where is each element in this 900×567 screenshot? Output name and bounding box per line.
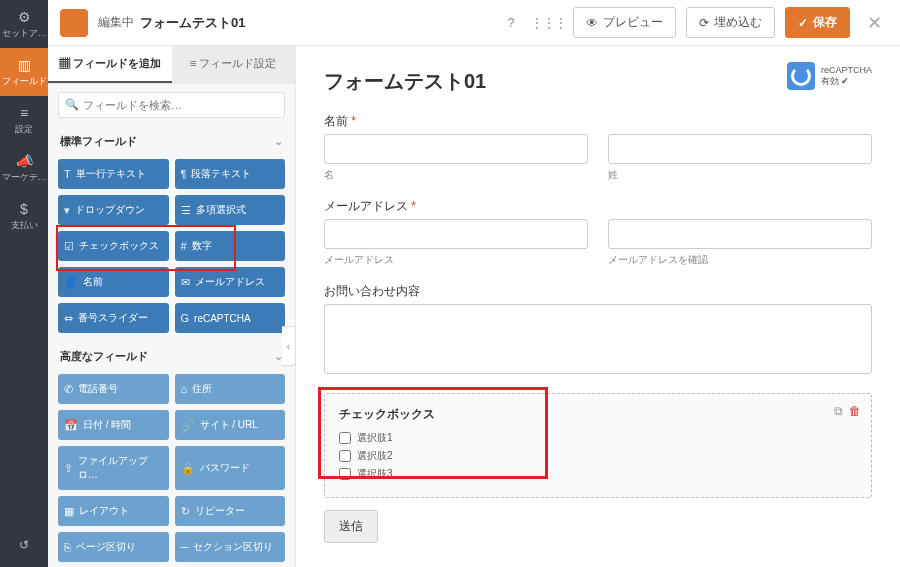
form-canvas: reCAPTCHA有効 ✔ フォームテスト01 名前 * 名 姓 メールアドレス… <box>296 46 900 567</box>
save-button[interactable]: ✓保存 <box>785 7 850 38</box>
checkbox-option[interactable]: 選択肢2 <box>339 449 857 463</box>
field-icon: ✆ <box>64 383 73 396</box>
field-icon: G <box>181 312 190 324</box>
close-button[interactable]: ✕ <box>860 12 888 34</box>
field-label: リピーター <box>195 504 245 518</box>
panel-collapse-toggle[interactable]: ‹ <box>282 326 296 366</box>
sidebar-item-fields[interactable]: ▥フィールド <box>0 48 48 96</box>
field-icon: ⎘ <box>64 541 71 553</box>
field-type-button[interactable]: T単一行テキスト <box>58 159 169 189</box>
field-label: 日付 / 時間 <box>83 418 131 432</box>
field-label: ページ区切り <box>76 540 136 554</box>
sidebar-item-history[interactable]: ↺ <box>0 523 48 567</box>
preview-button[interactable]: 👁プレビュー <box>573 7 676 38</box>
field-icon: ☰ <box>181 204 191 217</box>
field-label: 電話番号 <box>78 382 118 396</box>
app-logo <box>60 9 88 37</box>
eye-icon: 👁 <box>586 16 598 30</box>
delete-icon[interactable]: 🗑 <box>849 404 861 418</box>
duplicate-icon[interactable]: ⧉ <box>834 404 843 418</box>
field-icon: ⇔ <box>64 312 73 325</box>
section-header-advanced[interactable]: 高度なフィールド⌄ <box>48 341 295 372</box>
field-type-button[interactable]: ⇔番号スライダー <box>58 303 169 333</box>
dollar-icon: $ <box>20 201 28 217</box>
field-label: パスワード <box>200 461 250 475</box>
field-icon: ⇪ <box>64 462 73 475</box>
field-label: ドロップダウン <box>75 203 145 217</box>
embed-button[interactable]: ⟳埋め込む <box>686 7 775 38</box>
field-icon: ↻ <box>181 505 190 518</box>
field-message: お問い合わせ内容 <box>324 283 872 377</box>
field-type-button[interactable]: ⇪ファイルアップロ… <box>58 446 169 490</box>
email-input[interactable] <box>324 219 588 249</box>
field-type-button[interactable]: ¶段落テキスト <box>175 159 286 189</box>
tab-add-field[interactable]: ▦ フィールドを追加 <box>48 46 172 83</box>
gear-icon: ⚙ <box>18 9 31 25</box>
field-type-button[interactable]: ☑チェックボックス <box>58 231 169 261</box>
field-type-button[interactable]: ⎘ページ区切り <box>58 532 169 562</box>
last-name-input[interactable] <box>608 134 872 164</box>
field-type-button[interactable]: ▦レイアウト <box>58 496 169 526</box>
sliders-icon: ≡ <box>20 105 28 121</box>
section-header-standard[interactable]: 標準フィールド⌄ <box>48 126 295 157</box>
recaptcha-icon <box>787 62 815 90</box>
page-title: 編集中 フォームテスト01 <box>98 14 245 32</box>
search-input[interactable] <box>58 92 285 118</box>
field-icon: 🔗 <box>181 419 195 432</box>
field-label: セクション区切り <box>193 540 273 554</box>
field-icon: ¶ <box>181 168 187 180</box>
help-icon: ? <box>508 16 515 30</box>
megaphone-icon: 📣 <box>16 153 33 169</box>
close-icon: ✕ <box>867 12 882 34</box>
first-name-input[interactable] <box>324 134 588 164</box>
email-confirm-input[interactable] <box>608 219 872 249</box>
field-checkbox[interactable]: ⧉ 🗑 チェックボックス 選択肢1 選択肢2 選択肢3 <box>324 393 872 498</box>
field-label: 数字 <box>192 239 212 253</box>
fields-panel: ▦ フィールドを追加 ≡ フィールド設定 🔍 標準フィールド⌄ T単一行テキスト… <box>48 46 296 567</box>
check-icon: ✓ <box>798 16 808 30</box>
help-button[interactable]: ? <box>497 9 525 37</box>
chevron-down-icon: ⌄ <box>274 135 283 148</box>
field-type-button[interactable]: GreCAPTCHA <box>175 303 286 333</box>
grid-icon: ⋮⋮⋮ <box>531 16 567 30</box>
field-label: 番号スライダー <box>78 311 148 325</box>
field-type-button[interactable]: 📅日付 / 時間 <box>58 410 169 440</box>
field-type-button[interactable]: ▾ドロップダウン <box>58 195 169 225</box>
panel-tabs: ▦ フィールドを追加 ≡ フィールド設定 <box>48 46 295 84</box>
field-label: 名前 <box>83 275 103 289</box>
history-icon: ↺ <box>19 538 29 552</box>
apps-button[interactable]: ⋮⋮⋮ <box>535 9 563 37</box>
checkbox-option[interactable]: 選択肢3 <box>339 467 857 481</box>
tab-field-settings[interactable]: ≡ フィールド設定 <box>172 46 296 83</box>
field-type-button[interactable]: ☰多項選択式 <box>175 195 286 225</box>
embed-icon: ⟳ <box>699 16 709 30</box>
field-icon: ✉ <box>181 276 190 289</box>
field-type-button[interactable]: 🔒パスワード <box>175 446 286 490</box>
field-type-button[interactable]: #数字 <box>175 231 286 261</box>
sidebar-item-marketing[interactable]: 📣マーケテ… <box>0 144 48 192</box>
field-icon: # <box>181 240 187 252</box>
field-label: メールアドレス <box>195 275 265 289</box>
field-type-button[interactable]: ─セクション区切り <box>175 532 286 562</box>
checkbox-option[interactable]: 選択肢1 <box>339 431 857 445</box>
field-type-button[interactable]: 🔗サイト / URL <box>175 410 286 440</box>
field-type-button[interactable]: ✆電話番号 <box>58 374 169 404</box>
field-icon: ⌂ <box>181 383 188 395</box>
field-email: メールアドレス * メールアドレス メールアドレスを確認 <box>324 198 872 267</box>
field-type-button[interactable]: ✉メールアドレス <box>175 267 286 297</box>
sidebar-item-setup[interactable]: ⚙セットア… <box>0 0 48 48</box>
field-type-button[interactable]: ⌂住所 <box>175 374 286 404</box>
submit-button[interactable]: 送信 <box>324 510 378 543</box>
chevron-left-icon: ‹ <box>287 341 290 352</box>
message-textarea[interactable] <box>324 304 872 374</box>
field-type-button[interactable]: 👤名前 <box>58 267 169 297</box>
field-label: 多項選択式 <box>196 203 246 217</box>
field-label: 段落テキスト <box>191 167 251 181</box>
sidebar-item-settings[interactable]: ≡設定 <box>0 96 48 144</box>
field-label: 単一行テキスト <box>76 167 146 181</box>
sidebar-item-payments[interactable]: $支払い <box>0 192 48 240</box>
field-icon: ─ <box>181 541 189 553</box>
field-label: reCAPTCHA <box>194 313 251 324</box>
field-type-button[interactable]: ↻リピーター <box>175 496 286 526</box>
field-label: チェックボックス <box>79 239 159 253</box>
